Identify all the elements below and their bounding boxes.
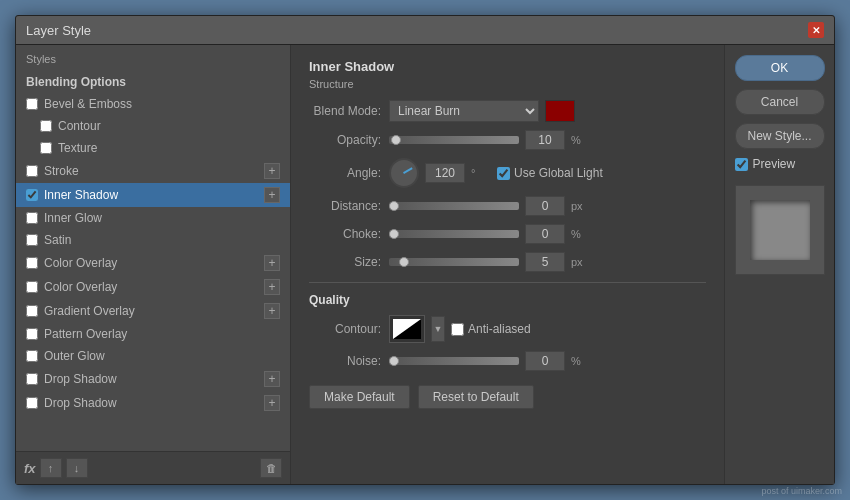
opacity-input[interactable] — [525, 130, 565, 150]
drop-shadow2-checkbox[interactable] — [26, 397, 38, 409]
size-row: Size: px — [309, 252, 706, 272]
size-input[interactable] — [525, 252, 565, 272]
size-slider-track[interactable] — [389, 258, 519, 266]
sidebar-item-blending-options[interactable]: Blending Options — [16, 71, 290, 93]
texture-checkbox[interactable] — [40, 142, 52, 154]
noise-unit: % — [571, 355, 591, 367]
stroke-add-button[interactable]: + — [264, 163, 280, 179]
blend-mode-row: Blend Mode: Linear Burn Normal Multiply — [309, 100, 706, 122]
move-down-button[interactable]: ↓ — [66, 458, 88, 478]
choke-slider-thumb[interactable] — [389, 229, 399, 239]
opacity-row: Opacity: % — [309, 130, 706, 150]
use-global-light-label[interactable]: Use Global Light — [497, 166, 603, 180]
size-slider-container — [389, 258, 519, 266]
cancel-button[interactable]: Cancel — [735, 89, 825, 115]
stroke-checkbox[interactable] — [26, 165, 38, 177]
blend-mode-color-swatch[interactable] — [545, 100, 575, 122]
angle-row: Angle: ° Use Global Light — [309, 158, 706, 188]
delete-button[interactable]: 🗑 — [260, 458, 282, 478]
contour-preview[interactable] — [389, 315, 425, 343]
reset-to-default-button[interactable]: Reset to Default — [418, 385, 534, 409]
outer-glow-checkbox[interactable] — [26, 350, 38, 362]
distance-unit: px — [571, 200, 591, 212]
ok-button[interactable]: OK — [735, 55, 825, 81]
use-global-light-checkbox[interactable] — [497, 167, 510, 180]
color-overlay2-checkbox[interactable] — [26, 281, 38, 293]
sidebar-item-stroke[interactable]: Stroke + — [16, 159, 290, 183]
sidebar-item-satin[interactable]: Satin — [16, 229, 290, 251]
sidebar-item-drop-shadow-2[interactable]: Drop Shadow + — [16, 391, 290, 415]
opacity-label: Opacity: — [309, 133, 389, 147]
distance-label: Distance: — [309, 199, 389, 213]
sidebar-item-inner-glow[interactable]: Inner Glow — [16, 207, 290, 229]
sidebar-item-contour[interactable]: Contour — [16, 115, 290, 137]
opacity-slider-container — [389, 136, 519, 144]
left-panel: Styles Blending Options Bevel & Emboss C… — [16, 45, 291, 484]
choke-input[interactable] — [525, 224, 565, 244]
preview-label: Preview — [753, 157, 796, 171]
make-default-button[interactable]: Make Default — [309, 385, 410, 409]
color-overlay1-add-button[interactable]: + — [264, 255, 280, 271]
sidebar-item-gradient-overlay[interactable]: Gradient Overlay + — [16, 299, 290, 323]
color-overlay1-checkbox[interactable] — [26, 257, 38, 269]
structure-subtitle: Structure — [309, 78, 706, 90]
distance-slider-thumb[interactable] — [389, 201, 399, 211]
move-up-button[interactable]: ↑ — [40, 458, 62, 478]
drop-shadow2-add-button[interactable]: + — [264, 395, 280, 411]
angle-widget[interactable] — [389, 158, 419, 188]
watermark: post of uimaker.com — [761, 486, 842, 496]
opacity-slider-track[interactable] — [389, 136, 519, 144]
distance-slider-container — [389, 202, 519, 210]
choke-label: Choke: — [309, 227, 389, 241]
dialog-title: Layer Style — [26, 23, 91, 38]
anti-aliased-checkbox[interactable] — [451, 323, 464, 336]
right-panel: OK Cancel New Style... Preview — [724, 45, 834, 484]
sidebar-item-drop-shadow[interactable]: Drop Shadow + — [16, 367, 290, 391]
gradient-overlay-add-button[interactable]: + — [264, 303, 280, 319]
sidebar-item-color-overlay-1[interactable]: Color Overlay + — [16, 251, 290, 275]
gradient-overlay-checkbox[interactable] — [26, 305, 38, 317]
sidebar-item-pattern-overlay[interactable]: Pattern Overlay — [16, 323, 290, 345]
choke-unit: % — [571, 228, 591, 240]
distance-controls: px — [389, 196, 706, 216]
drop-shadow-checkbox[interactable] — [26, 373, 38, 385]
size-slider-thumb[interactable] — [399, 257, 409, 267]
choke-slider-track[interactable] — [389, 230, 519, 238]
preview-checkbox-label[interactable]: Preview — [735, 157, 825, 171]
sidebar-item-bevel-emboss[interactable]: Bevel & Emboss — [16, 93, 290, 115]
distance-slider-track[interactable] — [389, 202, 519, 210]
size-label: Size: — [309, 255, 389, 269]
drop-shadow-add-button[interactable]: + — [264, 371, 280, 387]
bevel-emboss-checkbox[interactable] — [26, 98, 38, 110]
opacity-unit: % — [571, 134, 591, 146]
preview-checkbox[interactable] — [735, 158, 748, 171]
angle-input[interactable] — [425, 163, 465, 183]
inner-glow-checkbox[interactable] — [26, 212, 38, 224]
contour-checkbox[interactable] — [40, 120, 52, 132]
opacity-slider-thumb[interactable] — [391, 135, 401, 145]
noise-slider-thumb[interactable] — [389, 356, 399, 366]
color-overlay2-add-button[interactable]: + — [264, 279, 280, 295]
sidebar-item-color-overlay-2[interactable]: Color Overlay + — [16, 275, 290, 299]
satin-checkbox[interactable] — [26, 234, 38, 246]
action-buttons: Make Default Reset to Default — [309, 385, 706, 409]
quality-title: Quality — [309, 293, 706, 307]
sidebar-item-inner-shadow[interactable]: Inner Shadow + — [16, 183, 290, 207]
noise-slider-track[interactable] — [389, 357, 519, 365]
inner-shadow-add-button[interactable]: + — [264, 187, 280, 203]
inner-shadow-checkbox[interactable] — [26, 189, 38, 201]
distance-input[interactable] — [525, 196, 565, 216]
close-button[interactable]: ✕ — [808, 22, 824, 38]
angle-controls: ° Use Global Light — [389, 158, 706, 188]
fx-label: fx — [24, 461, 36, 476]
blend-mode-select[interactable]: Linear Burn Normal Multiply — [389, 100, 539, 122]
noise-input[interactable] — [525, 351, 565, 371]
contour-dropdown-arrow[interactable]: ▼ — [431, 316, 445, 342]
anti-aliased-label[interactable]: Anti-aliased — [451, 322, 531, 336]
new-style-button[interactable]: New Style... — [735, 123, 825, 149]
sidebar-item-outer-glow[interactable]: Outer Glow — [16, 345, 290, 367]
pattern-overlay-checkbox[interactable] — [26, 328, 38, 340]
preview-canvas — [735, 185, 825, 275]
sidebar-item-texture[interactable]: Texture — [16, 137, 290, 159]
noise-row: Noise: % — [309, 351, 706, 371]
